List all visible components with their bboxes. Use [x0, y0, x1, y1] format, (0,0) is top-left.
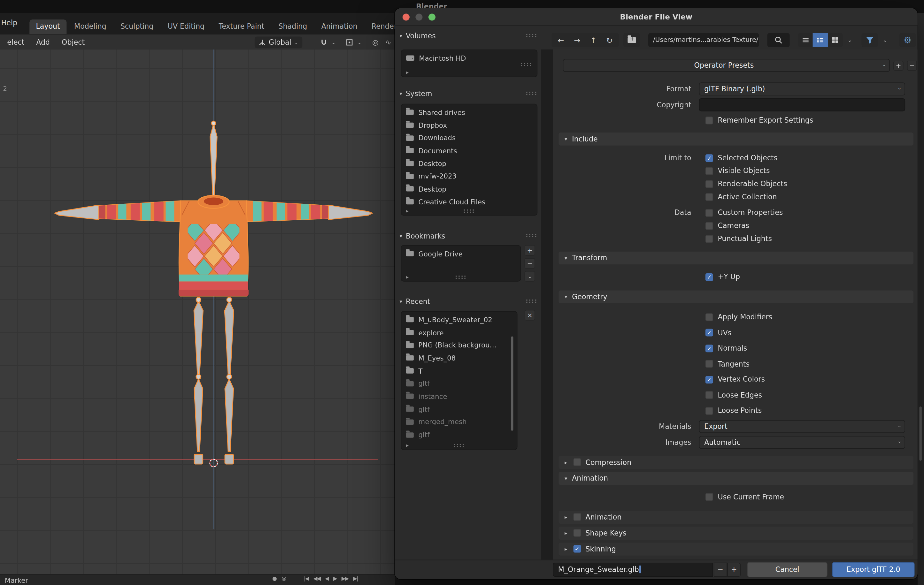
snap-target-dropdown[interactable]: ⌄ [356, 36, 363, 48]
dialog-titlebar[interactable]: Blender File View [395, 8, 917, 26]
checkbox[interactable] [705, 329, 713, 336]
sidebar-item[interactable]: gltf [401, 377, 517, 390]
sidebar-item[interactable]: merged_mesh [401, 416, 517, 428]
forward-button[interactable]: → [569, 36, 585, 45]
expand-arrow[interactable]: ▸ [406, 274, 409, 280]
sub-panel-header[interactable]: ▸ Animation [559, 511, 914, 524]
proportional-editing-icon[interactable]: ◎ [370, 36, 381, 48]
sidebar-section-bookmarks[interactable]: ▾ Bookmarks :::: [400, 231, 538, 241]
sidebar-item[interactable]: Desktop [401, 183, 537, 195]
transport-button[interactable]: ◀ [325, 575, 328, 581]
checkbox[interactable] [705, 313, 713, 321]
section-animation[interactable]: ▾ Animation [559, 471, 914, 485]
path-field[interactable]: /Users/martins...arables Texture/ [648, 33, 759, 47]
workspace-tab[interactable]: UV Editing [161, 20, 211, 34]
section-geometry[interactable]: ▾ Geometry [559, 291, 914, 304]
back-button[interactable]: ← [553, 36, 569, 45]
search-input[interactable] [767, 33, 790, 47]
materials-dropdown[interactable]: Export [699, 420, 906, 433]
filename-field[interactable]: M_Orange_Sweater.glb [553, 563, 713, 577]
panel-grip[interactable]: :::: [526, 32, 538, 38]
workspace-tab[interactable]: Modeling [68, 20, 113, 34]
transport-button[interactable]: ◀◀ [314, 575, 320, 581]
operator-presets-dropdown[interactable]: Operator Presets [563, 59, 890, 72]
section-transform[interactable]: ▾ Transform [559, 252, 914, 265]
remove-preset-button[interactable]: − [907, 60, 917, 70]
sidebar-item[interactable]: explore [401, 326, 517, 339]
horizontal-list-view-button[interactable] [813, 33, 828, 47]
workspace-tab[interactable]: Rendering [365, 20, 395, 34]
panel-grip[interactable]: :::: [526, 89, 538, 96]
panel-grip[interactable]: :::: [526, 232, 538, 239]
checkbox[interactable] [705, 391, 713, 399]
panel-grip[interactable]: :::: [453, 442, 465, 448]
add-preset-button[interactable]: + [893, 60, 903, 70]
refresh-button[interactable]: ↻ [602, 36, 617, 45]
section-include[interactable]: ▾ Include [559, 132, 914, 146]
sidebar-item[interactable]: T [401, 365, 517, 377]
checkbox[interactable] [705, 376, 713, 384]
sidebar-section-recent[interactable]: ▾ Recent :::: [400, 296, 538, 307]
scrollbar-thumb[interactable] [919, 407, 921, 461]
export-button[interactable]: Export glTF 2.0 [832, 562, 914, 577]
bookmarks-menu-button[interactable]: ⌄ [525, 271, 535, 282]
sidebar-item[interactable]: Google Drive [401, 247, 520, 260]
checkbox[interactable] [705, 180, 713, 188]
workspace-tab[interactable]: Shading [272, 20, 314, 34]
compression-checkbox[interactable] [573, 458, 581, 466]
format-dropdown[interactable]: glTF Binary (.glb) [699, 82, 906, 96]
sub-panel-checkbox[interactable] [573, 529, 581, 537]
workspace-tab[interactable]: Sculpting [114, 20, 160, 34]
workspace-tab[interactable]: Layout [30, 20, 66, 34]
panel-grip[interactable]: :::: [520, 61, 532, 67]
checkbox[interactable] [705, 154, 713, 161]
transport-button[interactable]: ▶▶ [342, 575, 348, 581]
transport-button[interactable]: ▶ [333, 575, 337, 581]
sidebar-item[interactable]: mvfw-2023 [401, 170, 537, 183]
menu-help[interactable]: Help [1, 19, 17, 27]
copyright-field[interactable] [699, 98, 906, 112]
filename-increment-button[interactable]: + [727, 563, 741, 577]
checkbox[interactable] [705, 360, 713, 368]
checkbox[interactable] [705, 167, 713, 175]
sub-panel-checkbox[interactable] [573, 545, 581, 553]
sidebar-item[interactable]: Shared drives [401, 106, 537, 119]
settings-gear-button[interactable]: ⚙ [899, 33, 916, 47]
checkbox[interactable] [705, 193, 713, 201]
snap-magnet-icon[interactable] [318, 36, 329, 48]
filter-dropdown[interactable]: ⌄ [879, 33, 891, 47]
clear-recent-button[interactable]: × [525, 310, 535, 320]
new-folder-button[interactable] [623, 33, 640, 47]
up-button[interactable]: ↑ [586, 36, 601, 45]
transport-button[interactable]: ▶| [353, 575, 358, 581]
3d-viewport[interactable]: 2 [0, 49, 395, 575]
workspace-tab[interactable]: Animation [315, 20, 364, 34]
workspace-tab[interactable]: Texture Paint [212, 20, 271, 34]
sidebar-item[interactable]: instance [401, 390, 517, 403]
remember-checkbox[interactable] [705, 116, 713, 124]
filename-decrement-button[interactable]: − [714, 563, 727, 577]
sidebar-section-system[interactable]: ▾ System :::: [400, 89, 538, 99]
sync-icon[interactable]: ◎ [282, 575, 286, 581]
sidebar-item[interactable]: Macintosh HD [401, 52, 537, 64]
display-mode-dropdown[interactable]: ⌄ [844, 33, 856, 47]
sidebar-item[interactable]: Desktop [401, 157, 537, 170]
cancel-button[interactable]: Cancel [747, 562, 828, 577]
sidebar-item[interactable]: gltf [401, 403, 517, 416]
expand-arrow[interactable]: ▸ [406, 443, 409, 448]
checkbox[interactable] [705, 273, 713, 281]
sidebar-item[interactable]: M_Eyes_08 [401, 352, 517, 365]
remove-bookmark-button[interactable]: − [525, 258, 535, 269]
checkbox[interactable] [705, 344, 713, 352]
thumbnail-view-button[interactable] [828, 33, 843, 47]
viewport-menu-item[interactable]: Object [56, 38, 91, 47]
checkbox[interactable] [705, 209, 713, 216]
sub-panel-checkbox[interactable] [573, 513, 581, 521]
sidebar-item[interactable]: gltf [401, 428, 517, 441]
sub-panel-header[interactable]: ▸ Skinning [559, 542, 914, 555]
section-compression[interactable]: ▸ Compression [559, 456, 914, 469]
snap-target-icon[interactable] [344, 36, 355, 48]
sub-panel-header[interactable]: ▸ Shape Keys [559, 526, 914, 539]
panel-grip[interactable]: :::: [455, 274, 467, 280]
snap-dropdown[interactable]: ⌄ [330, 36, 337, 48]
